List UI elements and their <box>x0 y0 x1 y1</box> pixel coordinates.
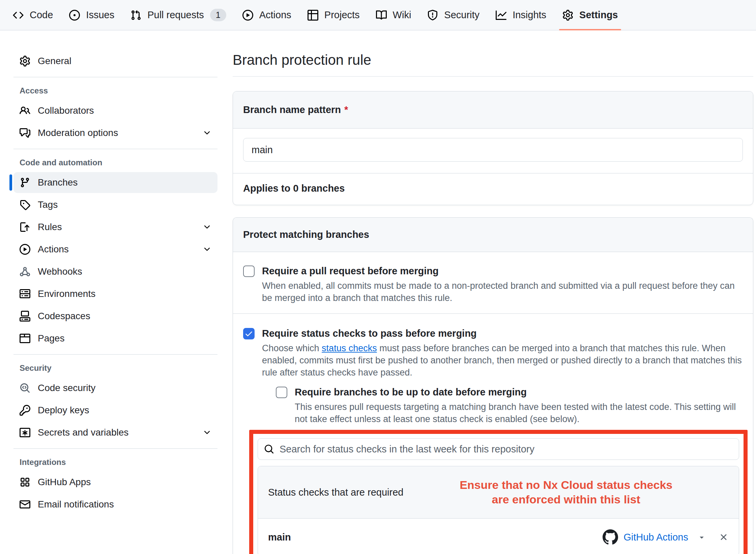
repo-tab-bar: Code Issues Pull requests1 Actions Proje… <box>0 0 756 30</box>
tab-label: Insights <box>513 9 546 21</box>
sidebar-item-codespaces[interactable]: Codespaces <box>13 306 217 327</box>
required-status-checks-header: Status checks that are required Ensure t… <box>258 466 739 519</box>
tab-insights[interactable]: Insights <box>488 0 554 30</box>
remove-status-check-button[interactable] <box>719 532 729 542</box>
search-icon <box>264 444 274 454</box>
sidebar-section-security: Security <box>13 363 217 373</box>
tab-label: Issues <box>86 9 114 21</box>
sidebar-section-access: Access <box>13 86 217 95</box>
git-branch-icon <box>20 177 30 188</box>
sidebar-item-deploy-keys[interactable]: Deploy keys <box>13 400 217 421</box>
sidebar-divider <box>13 149 217 149</box>
annotation-highlight-box: Status checks that are required Ensure t… <box>249 430 748 554</box>
sidebar-item-pages[interactable]: Pages <box>13 328 217 349</box>
sidebar-item-collaborators[interactable]: Collaborators <box>13 100 217 121</box>
sidebar-item-label: Tags <box>38 199 58 210</box>
tab-label: Pull requests <box>147 9 204 21</box>
code-scan-icon <box>20 383 30 393</box>
sidebar-item-environments[interactable]: Environments <box>13 283 217 304</box>
require-status-checks-label: Require status checks to pass before mer… <box>262 327 743 339</box>
people-icon <box>20 105 30 116</box>
tab-projects[interactable]: Projects <box>299 0 368 30</box>
sidebar-item-github-apps[interactable]: GitHub Apps <box>13 472 217 493</box>
tab-pull-requests[interactable]: Pull requests1 <box>122 0 234 30</box>
sidebar-item-actions[interactable]: Actions <box>13 239 217 260</box>
status-check-source-link[interactable]: GitHub Actions <box>623 532 688 543</box>
tab-label: Wiki <box>393 9 411 21</box>
branch-name-pattern-header: Branch name pattern* <box>233 91 753 129</box>
sidebar-item-label: Branches <box>38 177 78 188</box>
book-icon <box>376 10 387 21</box>
applies-to-branches-text: Applies to 0 branches <box>233 173 753 205</box>
issue-opened-icon <box>69 10 80 21</box>
sidebar-item-secrets-and-variables[interactable]: Secrets and variables <box>13 422 217 443</box>
sidebar-section-integrations: Integrations <box>13 458 217 467</box>
branch-name-pattern-label: Branch name pattern <box>243 104 341 115</box>
page-title: Branch protection rule <box>233 52 753 68</box>
tab-code[interactable]: Code <box>5 0 61 30</box>
status-checks-link[interactable]: status checks <box>322 343 377 353</box>
tab-label: Code <box>30 9 53 21</box>
sidebar-item-rules[interactable]: Rules <box>13 217 217 238</box>
git-pull-request-icon <box>130 10 141 21</box>
tab-wiki[interactable]: Wiki <box>368 0 419 30</box>
browser-icon <box>20 333 30 344</box>
status-check-search-bar <box>258 438 739 460</box>
server-icon <box>20 288 30 299</box>
sidebar-item-label: Webhooks <box>38 266 82 277</box>
sidebar-item-label: Rules <box>38 222 62 232</box>
require-up-to-date-checkbox[interactable] <box>276 387 287 398</box>
sidebar-item-branches[interactable]: Branches <box>13 172 217 193</box>
tab-issues[interactable]: Issues <box>61 0 122 30</box>
shield-icon <box>427 10 438 21</box>
sidebar-item-label: Deploy keys <box>38 405 89 416</box>
chevron-down-icon <box>203 245 211 254</box>
require-status-checks-description: Choose which status checks must pass bef… <box>262 342 743 379</box>
require-status-checks-checkbox[interactable] <box>243 328 255 339</box>
status-check-row: main GitHub Actions <box>258 519 739 554</box>
sidebar-item-label: Code security <box>38 383 95 393</box>
graph-icon <box>496 10 506 21</box>
require-up-to-date-description: This ensures pull requests targeting a m… <box>295 401 743 425</box>
sidebar-divider <box>13 77 217 77</box>
tab-label: Settings <box>579 9 618 21</box>
sidebar-item-tags[interactable]: Tags <box>13 194 217 215</box>
sidebar-item-label: General <box>38 56 71 66</box>
sidebar-item-email-notifications[interactable]: Email notifications <box>13 494 217 515</box>
require-pull-request-checkbox[interactable] <box>243 266 255 277</box>
chevron-down-icon <box>203 428 211 437</box>
branch-name-pattern-row <box>233 129 753 173</box>
sidebar-item-webhooks[interactable]: Webhooks <box>13 261 217 282</box>
require-status-checks-row: Require status checks to pass before mer… <box>233 314 753 554</box>
required-status-checks-title: Status checks that are required <box>268 487 403 498</box>
tab-security[interactable]: Security <box>419 0 488 30</box>
project-icon <box>308 10 318 21</box>
protect-matching-branches-header: Protect matching branches <box>233 218 753 252</box>
tag-icon <box>20 199 30 210</box>
status-check-search-input[interactable] <box>280 444 733 455</box>
require-up-to-date-label: Require branches to be up to date before… <box>295 386 743 398</box>
key-icon <box>20 405 30 416</box>
required-status-checks-box: Status checks that are required Ensure t… <box>258 466 739 554</box>
gear-icon <box>562 10 573 21</box>
tab-settings[interactable]: Settings <box>554 0 626 30</box>
sidebar-divider <box>13 448 217 449</box>
caret-down-icon[interactable] <box>698 533 706 541</box>
play-icon <box>20 244 30 255</box>
play-icon <box>242 10 253 21</box>
sidebar-item-general[interactable]: General <box>13 51 217 72</box>
sidebar-item-code-security[interactable]: Code security <box>13 378 217 398</box>
checkmark-icon <box>244 329 253 338</box>
tab-label: Actions <box>259 9 291 21</box>
sidebar-item-moderation-options[interactable]: Moderation options <box>13 122 217 143</box>
sidebar-section-code-and-automation: Code and automation <box>13 158 217 167</box>
required-asterisk: * <box>344 104 348 115</box>
tab-actions[interactable]: Actions <box>234 0 299 30</box>
branch-name-pattern-card: Branch name pattern* Applies to 0 branch… <box>233 91 753 205</box>
webhook-icon <box>20 266 30 277</box>
code-icon <box>13 10 24 21</box>
status-check-name: main <box>268 532 291 543</box>
branch-name-pattern-input[interactable] <box>243 138 743 162</box>
mail-icon <box>20 499 30 510</box>
tab-label: Projects <box>324 9 360 21</box>
